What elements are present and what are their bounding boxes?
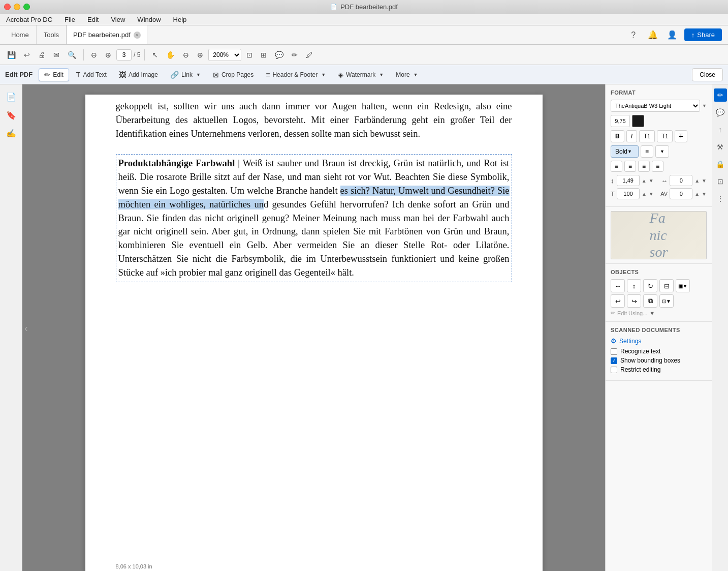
crop-button[interactable]: ⊟ [659, 279, 674, 292]
help-icon[interactable]: ? [626, 28, 641, 42]
align-justify-button[interactable]: ≡ [652, 161, 663, 172]
menu-window[interactable]: Window [135, 15, 163, 24]
right-icon-more[interactable]: ⋮ [714, 192, 727, 205]
sidebar-signatures-icon[interactable]: ✍ [3, 125, 19, 141]
close-window-button[interactable] [4, 4, 11, 10]
page-text-content[interactable]: gekoppelt ist, sollten wir uns auch dann… [116, 95, 512, 282]
print-button[interactable]: 🖨 [35, 48, 48, 62]
prev-page-button[interactable]: ⊖ [88, 48, 100, 62]
char-spacing-input[interactable] [670, 175, 692, 186]
paragraph-style-select[interactable]: Bold ▼ [611, 145, 639, 158]
next-page-button[interactable]: ⊕ [102, 48, 114, 62]
pen-button[interactable]: ✏ [289, 48, 301, 62]
page-number-input[interactable] [116, 49, 132, 61]
font-family-select[interactable]: TheAntiquaB W3 Light [611, 100, 700, 112]
right-icon-comment[interactable]: 💬 [714, 106, 727, 119]
hand-tool[interactable]: ✋ [163, 48, 178, 62]
scroll-left-arrow[interactable]: ‹ [24, 322, 28, 334]
distribute-button[interactable]: ⊡▼ [659, 294, 674, 308]
list-dropdown-button[interactable]: ▼ [655, 145, 669, 158]
fit-page-button[interactable]: ⊡ [243, 48, 256, 62]
redact-button[interactable]: 🖊 [303, 48, 316, 62]
font-dropdown-arrow: ▼ [702, 103, 707, 108]
fit-width-button[interactable]: ⊞ [258, 48, 270, 62]
line-spacing-down-arrow[interactable]: ▼ [649, 178, 654, 184]
italic-button[interactable]: I [626, 130, 637, 142]
zoom-in-button[interactable]: ⊕ [194, 48, 206, 62]
av-input[interactable] [670, 188, 692, 199]
zoom-out-button[interactable]: ⊖ [180, 48, 192, 62]
tab-home[interactable]: Home [4, 25, 37, 44]
menu-file[interactable]: File [62, 15, 77, 24]
save-button[interactable]: 💾 [4, 48, 19, 62]
bold-button[interactable]: B [611, 130, 624, 142]
maximize-window-button[interactable] [23, 4, 30, 10]
watermark-button[interactable]: ◈ Watermark ▼ [333, 68, 389, 81]
flip-vertical-button[interactable]: ↕ [627, 279, 641, 292]
rotate-button[interactable]: ↻ [643, 279, 657, 292]
comment-button[interactable]: 💬 [272, 48, 287, 62]
select-tool[interactable]: ↖ [149, 48, 161, 62]
strikethrough-button[interactable]: T [675, 130, 687, 142]
recognize-text-checkbox[interactable] [611, 348, 617, 355]
av-down-arrow[interactable]: ▼ [702, 191, 707, 197]
crop-pages-button[interactable]: ⊠ Crop Pages [208, 68, 259, 81]
flip-horizontal-button[interactable]: ↔ [611, 279, 625, 292]
align-right-button[interactable]: ≡ [638, 161, 650, 172]
show-bounding-boxes-checkbox[interactable]: ✓ [611, 357, 617, 364]
char-spacing-up-arrow[interactable]: ▲ [694, 178, 700, 184]
tab-document[interactable]: PDF bearbeiten.pdf × [67, 25, 147, 44]
menu-edit[interactable]: Edit [85, 15, 101, 24]
align-center-button[interactable]: ≡ [624, 161, 636, 172]
list-style-button[interactable]: ≡ [641, 145, 653, 158]
menu-help[interactable]: Help [171, 15, 189, 24]
close-button[interactable]: Close [692, 68, 723, 81]
header-footer-button[interactable]: ≡ Header & Footer ▼ [261, 68, 331, 81]
right-icon-scan[interactable]: ⊡ [714, 175, 727, 188]
tab-tools[interactable]: Tools [37, 25, 67, 44]
zoom-select[interactable]: 200% 150% 100% 75% [208, 49, 241, 61]
menu-view[interactable]: View [109, 15, 127, 24]
page-thumbnail[interactable]: Fanicsor [611, 211, 707, 259]
right-icon-tools[interactable]: ⚒ [714, 140, 727, 154]
search-button[interactable]: 🔍 [65, 48, 79, 62]
superscript-button[interactable]: T1 [639, 130, 655, 142]
notification-icon[interactable]: 🔔 [646, 28, 660, 42]
scale-input[interactable] [617, 188, 640, 199]
font-size-input[interactable] [611, 115, 630, 127]
scale-up-arrow[interactable]: ▲ [642, 191, 647, 197]
sidebar-pages-icon[interactable]: 📄 [3, 88, 19, 105]
link-button[interactable]: 🔗 Link ▼ [165, 68, 206, 81]
right-icon-share[interactable]: ↑ [714, 123, 727, 136]
right-icon-edit[interactable]: ✏ [714, 88, 727, 102]
text-selection-box[interactable]: Produktabhängige Farbwahl | Weiß ist sau… [116, 154, 512, 282]
sidebar-bookmarks-icon[interactable]: 🔖 [3, 107, 19, 123]
arrange-button[interactable]: ⧉ [643, 294, 657, 308]
align-left-button[interactable]: ≡ [611, 161, 622, 172]
settings-button[interactable]: ⚙ Settings [611, 337, 641, 345]
line-spacing-input[interactable] [617, 175, 640, 186]
replace-button[interactable]: ▣▼ [676, 279, 690, 292]
user-avatar[interactable]: 👤 [665, 28, 679, 42]
add-text-button[interactable]: T Add Text [71, 68, 112, 81]
more-button[interactable]: More ▼ [391, 68, 423, 81]
add-image-button[interactable]: 🖼 Add Image [114, 68, 163, 81]
line-spacing-up-arrow[interactable]: ▲ [642, 178, 647, 184]
right-icon-protect[interactable]: 🔒 [714, 158, 727, 171]
undo-obj-button[interactable]: ↩ [611, 294, 625, 308]
tab-close-button[interactable]: × [134, 32, 141, 39]
av-up-arrow[interactable]: ▲ [694, 191, 700, 197]
menu-acrobat[interactable]: Acrobat Pro DC [4, 15, 54, 24]
char-spacing-down-arrow[interactable]: ▼ [702, 178, 707, 184]
share-button[interactable]: ↑ Share [684, 28, 722, 41]
email-button[interactable]: ✉ [50, 48, 62, 62]
scale-down-arrow[interactable]: ▼ [649, 191, 654, 197]
restrict-editing-checkbox[interactable] [611, 367, 617, 373]
subscript-button[interactable]: T1 [657, 130, 673, 142]
edit-using-dropdown-icon[interactable]: ▼ [649, 310, 655, 316]
undo-button[interactable]: ↩ [21, 48, 33, 62]
edit-button[interactable]: ✏ Edit [39, 68, 69, 81]
redo-obj-button[interactable]: ↪ [627, 294, 641, 308]
text-color-swatch[interactable] [632, 115, 644, 127]
minimize-window-button[interactable] [14, 4, 20, 10]
